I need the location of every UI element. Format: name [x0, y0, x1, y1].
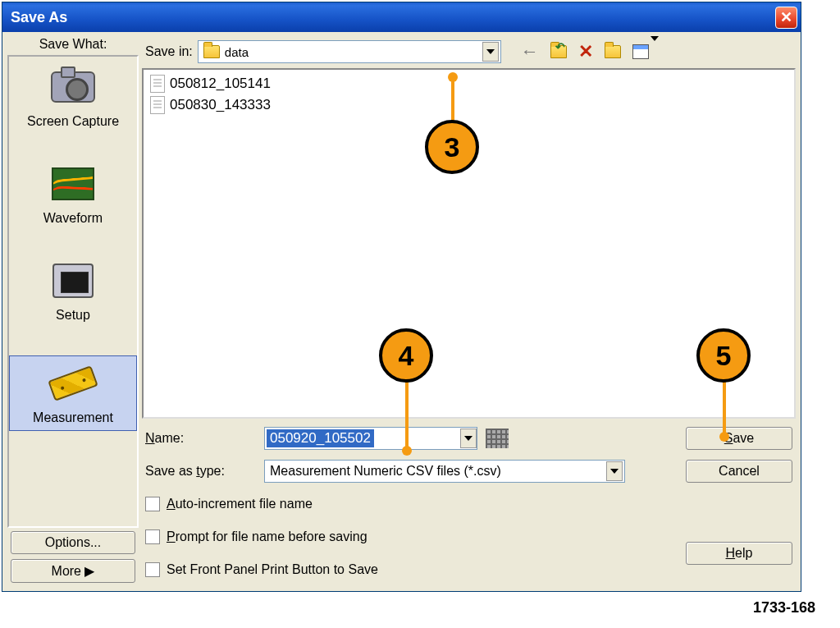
sidebar-item-label: Waveform: [43, 211, 103, 226]
checkbox[interactable]: [145, 529, 160, 544]
location-bar: Save in: data ← ↶ ✕: [142, 37, 796, 68]
chevron-down-icon: [486, 49, 495, 54]
save-in-value: data: [225, 45, 249, 59]
type-select[interactable]: Measurement Numeric CSV files (*.csv): [264, 460, 625, 483]
titlebar: Save As ✕: [2, 2, 801, 32]
delete-icon[interactable]: ✕: [578, 41, 593, 62]
name-input-value: 050920_105502: [267, 429, 374, 447]
sidebar-item-screen-capture[interactable]: Screen Capture: [9, 65, 137, 129]
sidebar-buttons: Options... More ▶: [7, 528, 139, 586]
annotation-4: 4: [379, 328, 433, 383]
bottom-form: Name: 050920_105502 Save Save as type: M…: [142, 419, 796, 586]
name-input[interactable]: 050920_105502: [264, 427, 477, 450]
sidebar-item-label: Screen Capture: [27, 114, 119, 129]
sidebar-item-setup[interactable]: + Setup: [9, 259, 137, 323]
options-button[interactable]: Options...: [11, 531, 135, 554]
close-button[interactable]: ✕: [775, 7, 797, 29]
name-row: 050920_105502: [264, 427, 661, 450]
annotation-connector: [405, 381, 409, 450]
annotation-3: 3: [425, 120, 479, 174]
prompt-label: Prompt for file name before saving: [167, 529, 368, 544]
close-icon: ✕: [780, 8, 792, 26]
sidebar-item-label: Setup: [56, 308, 90, 323]
file-name: 050830_143333: [170, 97, 271, 113]
sidebar-title: Save What:: [7, 37, 139, 52]
toolbar-icons: ← ↶ ✕: [521, 41, 659, 62]
file-item[interactable]: 050830_143333: [147, 94, 791, 116]
annotation-connector: [723, 381, 726, 435]
type-dropdown-button[interactable]: [606, 461, 623, 481]
sidebar-item-measurement[interactable]: Measurement: [9, 355, 137, 431]
save-button[interactable]: Save: [686, 427, 792, 450]
view-menu-icon[interactable]: [632, 41, 659, 62]
file-name: 050812_105141: [170, 76, 271, 92]
type-label: Save as type:: [145, 464, 256, 479]
back-icon[interactable]: ←: [521, 41, 539, 62]
sidebar-item-waveform[interactable]: Waveform: [9, 162, 137, 226]
dialog-body: Save What: Screen Capture Waveform + Set…: [2, 32, 801, 591]
figure-reference: 1733-168: [753, 599, 815, 617]
save-as-window: Save As ✕ Save What: Screen Capture Wave…: [2, 2, 801, 592]
auto-increment-label: Auto-increment file name: [167, 497, 313, 511]
save-in-select[interactable]: data: [198, 40, 501, 63]
save-in-label: Save in:: [145, 44, 193, 59]
more-button[interactable]: More ▶: [11, 559, 135, 583]
checkbox[interactable]: [145, 562, 160, 577]
type-row: Measurement Numeric CSV files (*.csv): [264, 460, 661, 483]
annotation-5: 5: [696, 328, 751, 383]
auto-increment-row[interactable]: Auto-increment file name: [145, 497, 661, 511]
save-in-dropdown-button[interactable]: [482, 42, 499, 62]
folder-icon: [203, 45, 220, 58]
waveform-icon: [52, 167, 94, 200]
keypad-icon[interactable]: [486, 429, 509, 448]
cancel-button[interactable]: Cancel: [686, 460, 792, 483]
ruler-icon: [48, 365, 98, 401]
window-title: Save As: [11, 9, 67, 26]
name-label: Name:: [145, 431, 256, 446]
save-what-sidebar: Save What: Screen Capture Waveform + Set…: [7, 37, 139, 586]
chevron-down-icon: [610, 469, 619, 474]
checkbox[interactable]: [145, 497, 160, 511]
sidebar-scroll: Screen Capture Waveform + Setup Measurem…: [7, 55, 139, 528]
file-item[interactable]: 050812_105141: [147, 73, 791, 94]
file-icon: [150, 75, 165, 93]
sidebar-item-label: Measurement: [33, 410, 113, 425]
name-dropdown-button[interactable]: [460, 429, 477, 448]
main-panel: Save in: data ← ↶ ✕: [142, 37, 796, 586]
type-select-value: Measurement Numeric CSV files (*.csv): [270, 464, 501, 479]
chevron-down-icon: [464, 436, 472, 441]
file-icon: [150, 96, 165, 114]
front-panel-label: Set Front Panel Print Button to Save: [167, 562, 378, 577]
annotation-connector: [451, 77, 454, 126]
help-button[interactable]: Help: [686, 542, 792, 565]
prompt-row[interactable]: Prompt for file name before saving: [145, 529, 661, 544]
file-list[interactable]: 050812_105141 050830_143333: [142, 68, 796, 419]
front-panel-row[interactable]: Set Front Panel Print Button to Save: [145, 562, 661, 577]
setup-icon: +: [52, 264, 94, 298]
up-folder-icon[interactable]: ↶: [550, 45, 567, 58]
new-folder-icon[interactable]: [605, 45, 621, 58]
camera-icon: [51, 71, 95, 103]
